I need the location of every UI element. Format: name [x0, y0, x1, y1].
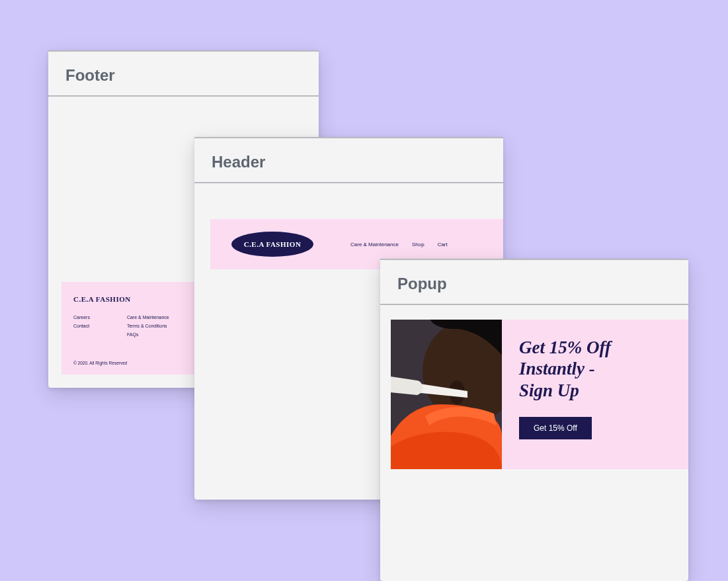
- card-header-title: Header: [194, 138, 503, 182]
- nav-link-shop[interactable]: Shop: [412, 242, 425, 247]
- footer-col-2: Care & Maintenance Terms & Conditions FA…: [127, 315, 169, 341]
- footer-link-terms[interactable]: Terms & Conditions: [127, 324, 169, 328]
- footer-link-care[interactable]: Care & Maintenance: [127, 315, 169, 320]
- popup-preview: Get 15% Off Instantly - Sign Up Get 15% …: [391, 320, 688, 469]
- card-popup: Popup: [380, 259, 688, 581]
- popup-headline: Get 15% Off Instantly - Sign Up: [519, 337, 674, 401]
- card-footer-title: Footer: [48, 52, 319, 95]
- footer-col-1: Careers Contact: [73, 315, 90, 341]
- footer-link-contact[interactable]: Contact: [73, 324, 90, 328]
- popup-cta-button[interactable]: Get 15% Off: [519, 417, 592, 439]
- card-popup-title: Popup: [380, 260, 688, 304]
- footer-link-faqs[interactable]: FAQs: [127, 332, 169, 337]
- footer-link-careers[interactable]: Careers: [73, 315, 90, 320]
- nav-link-care[interactable]: Care & Maintenance: [350, 242, 399, 247]
- nav-link-cart[interactable]: Cart: [438, 242, 448, 247]
- header-nav: Care & Maintenance Shop Cart: [350, 242, 448, 247]
- header-logo[interactable]: C.E.A FASHION: [231, 232, 313, 257]
- popup-image: [391, 320, 502, 469]
- header-logo-text: C.E.A FASHION: [244, 240, 302, 248]
